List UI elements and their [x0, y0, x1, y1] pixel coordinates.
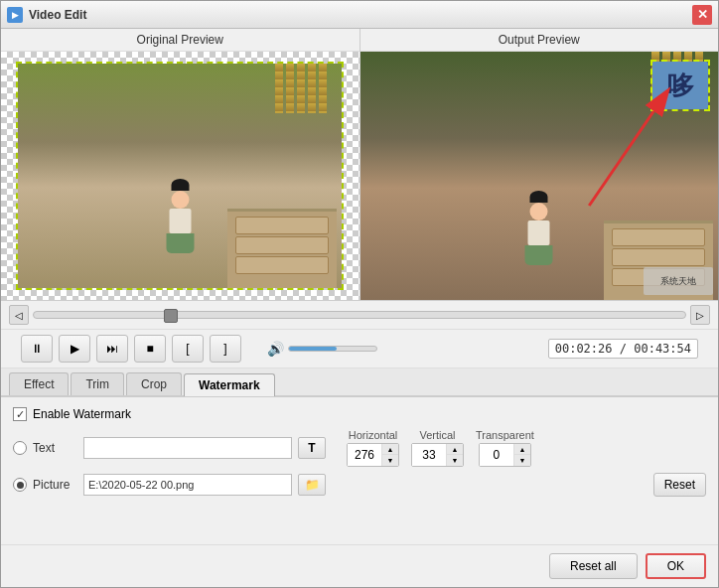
window-title: Video Edit: [29, 8, 86, 22]
text-input-field[interactable]: [83, 437, 292, 459]
transparent-up[interactable]: ▲: [514, 444, 530, 455]
picture-option-row: Picture 📁 Reset: [13, 473, 706, 497]
title-bar-left: ▶ Video Edit: [7, 7, 86, 23]
original-video-frame: [16, 62, 344, 290]
text-option-label: Text: [33, 441, 77, 455]
girl-hair: [171, 179, 189, 191]
watermark-char: 哆: [667, 69, 693, 103]
curtain-1: [275, 64, 283, 113]
original-preview-panel: Original Preview: [1, 29, 360, 300]
close-button[interactable]: ✕: [692, 5, 712, 25]
tab-effect[interactable]: Effect: [9, 372, 69, 395]
girl-body-r: [528, 220, 550, 245]
original-preview-header: Original Preview: [1, 29, 360, 52]
drawer-2: [235, 236, 329, 254]
mark-in-button[interactable]: [: [172, 335, 204, 363]
output-preview-content: 哆: [360, 52, 719, 300]
reset-all-button[interactable]: Reset all: [549, 553, 638, 579]
time-total: 00:43:54: [634, 342, 691, 356]
transparent-down[interactable]: ▼: [514, 455, 530, 466]
option-rows: Text T Horizontal ▲ ▼: [13, 429, 706, 497]
ok-button[interactable]: OK: [646, 553, 706, 579]
reset-param-button[interactable]: Reset: [653, 473, 706, 497]
volume-slider[interactable]: [288, 346, 377, 352]
drawer-3: [235, 256, 329, 274]
text-format-button[interactable]: T: [298, 437, 326, 459]
picture-radio[interactable]: [13, 478, 27, 492]
picture-option-label: Picture: [33, 478, 77, 492]
tab-trim[interactable]: Trim: [71, 372, 124, 395]
drawer-1: [235, 217, 329, 234]
furniture-left: [227, 209, 337, 288]
watermark-image: 哆: [652, 62, 708, 109]
horizontal-input[interactable]: [348, 444, 382, 466]
original-preview-content: [1, 52, 360, 300]
browse-button[interactable]: 📁: [298, 474, 326, 496]
picture-path-input[interactable]: [83, 474, 292, 496]
window-icon: ▶: [7, 7, 23, 23]
vertical-label: Vertical: [419, 429, 455, 441]
curtains-left: [275, 64, 327, 113]
svg-line-1: [589, 111, 653, 206]
original-scene: [18, 64, 342, 288]
timeline-track[interactable]: [33, 311, 686, 319]
tab-watermark[interactable]: Watermark: [184, 373, 275, 396]
preview-area: Original Preview: [1, 29, 718, 301]
output-preview-panel: Output Preview: [360, 29, 719, 300]
mark-out-button[interactable]: ]: [210, 335, 241, 363]
next-frame-button[interactable]: ⏭: [96, 335, 128, 363]
vertical-input[interactable]: [412, 444, 447, 466]
volume-area: 🔊: [267, 341, 377, 357]
girl-head: [171, 191, 189, 209]
vertical-spinner: ▲ ▼: [411, 443, 464, 467]
watermark-section: ✓ Enable Watermark Text T Horizontal: [13, 407, 706, 497]
drawers-left: [227, 212, 337, 279]
girl-figure-right: [516, 201, 561, 280]
transparent-spinner-btns: ▲ ▼: [514, 444, 530, 466]
bottom-bar: Reset all OK: [1, 544, 718, 587]
logo-watermark: 系统天地: [644, 267, 713, 295]
drawer-r-1: [612, 228, 705, 246]
picture-radio-inner: [17, 482, 24, 489]
output-video-frame: 哆: [360, 52, 719, 300]
watermark-tab-content: ✓ Enable Watermark Text T Horizontal: [1, 396, 718, 544]
timeline-area: ◁ ▷: [1, 301, 718, 330]
horizontal-down[interactable]: ▼: [382, 455, 398, 466]
girl-head-r: [530, 203, 548, 220]
curtain-3: [297, 64, 305, 113]
time-display: 00:02:26 / 00:43:54: [548, 339, 698, 359]
right-params: Horizontal ▲ ▼ Vertical: [347, 429, 534, 467]
girl-hair-r: [530, 191, 548, 203]
girl-skirt-r: [525, 245, 553, 265]
transparent-input[interactable]: [480, 444, 514, 466]
vertical-up[interactable]: ▲: [447, 444, 463, 455]
play-button[interactable]: ▶: [59, 335, 90, 363]
tab-crop[interactable]: Crop: [126, 372, 182, 395]
timeline-thumb[interactable]: [164, 309, 178, 323]
timeline-right-btn[interactable]: ▷: [690, 305, 710, 325]
horizontal-spinner: ▲ ▼: [347, 443, 399, 467]
transparent-param: Transparent ▲ ▼: [476, 429, 534, 467]
girl-skirt: [166, 233, 194, 253]
stop-button[interactable]: ■: [134, 335, 166, 363]
enable-watermark-row: ✓ Enable Watermark: [13, 407, 706, 421]
pause-button[interactable]: ⏸: [21, 335, 53, 363]
timeline-left-btn[interactable]: ◁: [9, 305, 29, 325]
controls-area: ⏸ ▶ ⏭ ■ [ ] 🔊 00:02:26 / 00:43:54: [1, 330, 718, 368]
curtain-4: [308, 64, 316, 113]
volume-fill: [289, 347, 337, 351]
curtain-2: [286, 64, 294, 113]
vertical-down[interactable]: ▼: [447, 455, 463, 466]
text-radio[interactable]: [13, 441, 27, 455]
transparent-label: Transparent: [476, 429, 534, 441]
enable-watermark-label: Enable Watermark: [33, 407, 131, 421]
girl-figure-left: [158, 189, 203, 268]
vertical-param: Vertical ▲ ▼: [411, 429, 464, 467]
horizontal-spinner-btns: ▲ ▼: [382, 444, 398, 466]
output-preview-header: Output Preview: [360, 29, 719, 52]
transparent-spinner: ▲ ▼: [479, 443, 531, 467]
title-bar: ▶ Video Edit ✕: [1, 1, 718, 29]
horizontal-label: Horizontal: [349, 429, 398, 441]
horizontal-up[interactable]: ▲: [382, 444, 398, 455]
enable-watermark-checkbox[interactable]: ✓: [13, 407, 27, 421]
